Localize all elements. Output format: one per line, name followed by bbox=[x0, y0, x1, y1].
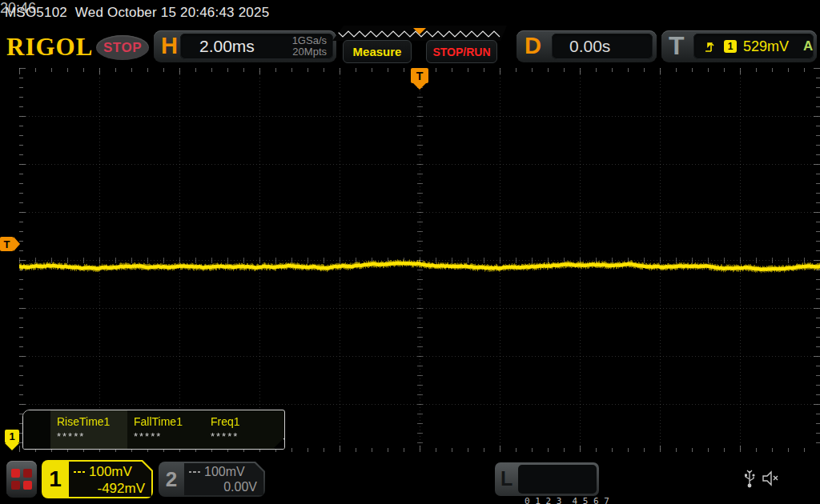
measurement-label: RiseTime1 bbox=[57, 415, 127, 428]
acquisition-status-badge: STOP bbox=[96, 35, 149, 60]
measurement-label: FallTime1 bbox=[134, 415, 204, 428]
delay-label: D bbox=[525, 33, 541, 59]
horizontal-inner: 2.00ms 1GSa/s 20Mpts bbox=[180, 34, 333, 59]
measurement-value: ***** bbox=[57, 430, 127, 442]
measurement-item-risetime[interactable]: RiseTime1 ***** bbox=[50, 410, 127, 449]
acquisition-mode-indicator: A bbox=[803, 38, 813, 54]
channel1-offset: -492mV bbox=[74, 481, 145, 497]
usb-icon[interactable] bbox=[743, 468, 756, 492]
measure-button-label: Measure bbox=[353, 45, 402, 58]
trigger-settings-block[interactable]: T 1 529mV A bbox=[661, 30, 817, 62]
channel2-body: 100mV 0.00V bbox=[184, 463, 263, 495]
trigger-level-value: 529mV bbox=[743, 38, 789, 55]
trigger-position-label: T bbox=[411, 68, 428, 83]
menu-grid-icon bbox=[11, 469, 20, 478]
speaker-muted-icon[interactable] bbox=[761, 468, 780, 492]
dc-coupling-icon bbox=[189, 471, 200, 473]
logic-channels: 0 1 2 3 4 5 6 7 8 9 1011 12131415 bbox=[518, 465, 597, 494]
channel1-number: 1 bbox=[42, 460, 69, 498]
channel2-status-button[interactable]: 2 100mV 0.00V bbox=[159, 462, 265, 497]
function-menu-button[interactable] bbox=[6, 461, 37, 498]
rigol-logo: RIGOL bbox=[6, 33, 93, 62]
channel1-body: 100mV -492mV bbox=[69, 462, 151, 497]
channel2-scale: 100mV bbox=[204, 465, 245, 479]
measurement-label: Freq1 bbox=[211, 415, 281, 428]
channel2-number: 2 bbox=[159, 462, 184, 497]
stop-run-button-label: STOP/RUN bbox=[432, 46, 490, 58]
graticule: T T 1 bbox=[19, 68, 820, 452]
channel1-status-button[interactable]: 1 100mV -492mV bbox=[42, 460, 153, 498]
waveform-memory-preview[interactable] bbox=[332, 26, 507, 41]
trigger-level-marker[interactable]: T bbox=[0, 237, 20, 251]
measurement-value: ***** bbox=[134, 430, 204, 442]
trigger-source-badge: 1 bbox=[724, 40, 737, 53]
measurement-item-falltime[interactable]: FallTime1 ***** bbox=[127, 410, 204, 449]
memory-depth: 20Mpts bbox=[292, 46, 327, 58]
sample-rate: 1GSa/s bbox=[292, 35, 327, 46]
trigger-label: T bbox=[669, 31, 685, 61]
horizontal-settings-block[interactable]: H 2.00ms 1GSa/s 20Mpts bbox=[154, 30, 336, 62]
measurement-spacer bbox=[23, 410, 50, 449]
menu-grid-icon bbox=[11, 481, 20, 490]
delay-value: 0.00s bbox=[569, 37, 610, 56]
ch1-offset-label: 1 bbox=[5, 430, 19, 443]
dc-coupling-icon bbox=[74, 471, 85, 473]
delay-inner: 0.00s bbox=[552, 34, 653, 59]
model-and-datetime: MSO5102 Wed October 15 20:46:43 2025 bbox=[5, 5, 269, 21]
logic-analyzer-status-button[interactable]: L 0 1 2 3 4 5 6 7 8 9 1011 12131415 bbox=[495, 462, 599, 496]
channel1-scale: 100mV bbox=[89, 464, 132, 480]
delay-settings-block[interactable]: D 0.00s bbox=[517, 30, 657, 62]
sample-rate-info: 1GSa/s 20Mpts bbox=[292, 35, 327, 58]
menu-grid-icon bbox=[23, 481, 32, 490]
measurement-value: ***** bbox=[211, 430, 281, 442]
stop-run-button[interactable]: STOP/RUN bbox=[426, 40, 497, 63]
oscilloscope-screen: MSO5102 Wed October 15 20:46:43 2025 RIG… bbox=[0, 0, 820, 504]
trigger-position-pointer-icon bbox=[413, 83, 426, 90]
preview-zigzag-icon bbox=[332, 26, 507, 41]
acquisition-status-label: STOP bbox=[103, 40, 142, 56]
measurement-item-freq[interactable]: Freq1 ***** bbox=[204, 410, 281, 449]
ch1-waveform bbox=[19, 68, 820, 452]
trigger-level-pointer-icon bbox=[14, 237, 20, 251]
channel2-offset: 0.00V bbox=[189, 480, 257, 494]
trigger-inner: 1 529mV A bbox=[693, 34, 814, 59]
menu-grid-icon bbox=[23, 469, 32, 478]
trigger-position-marker[interactable]: T bbox=[411, 68, 428, 90]
timebase-value: 2.00ms bbox=[199, 37, 255, 56]
measure-button[interactable]: Measure bbox=[343, 40, 412, 63]
ch1-offset-marker[interactable]: 1 bbox=[5, 430, 19, 450]
horizontal-label: H bbox=[161, 33, 178, 59]
rising-edge-trigger-icon bbox=[703, 39, 718, 54]
trigger-level-label: T bbox=[0, 237, 14, 251]
ch1-offset-pointer-icon bbox=[5, 443, 19, 450]
logic-row1: 0 1 2 3 4 5 6 7 bbox=[525, 494, 597, 504]
logic-label: L bbox=[500, 467, 512, 490]
measurement-panel[interactable]: RiseTime1 ***** FallTime1 ***** Freq1 **… bbox=[22, 410, 285, 450]
